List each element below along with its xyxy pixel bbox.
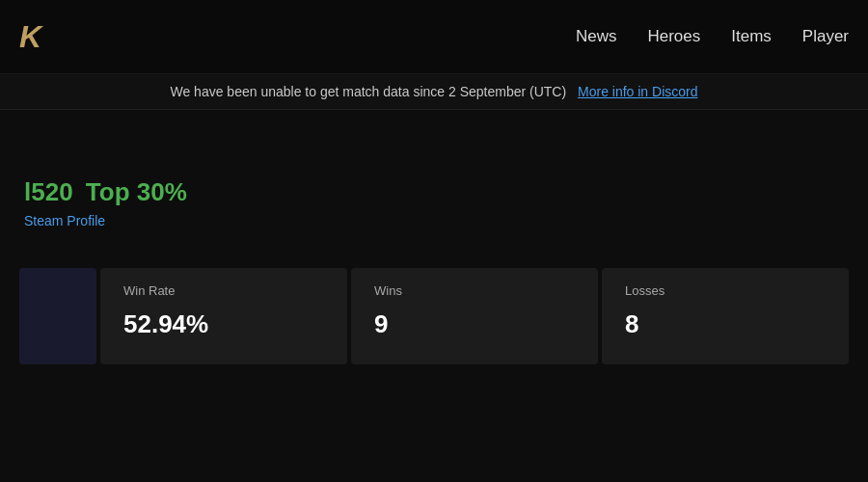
player-rank: l520 Top 30% <box>24 177 849 207</box>
nav-heroes[interactable]: Heroes <box>647 27 700 46</box>
alert-banner: We have been unable to get match data si… <box>0 74 868 110</box>
nav: News Heroes Items Player <box>576 27 849 46</box>
player-section: l520 Top 30% Steam Profile <box>19 177 849 229</box>
stat-card-losses: Losses 8 <box>602 268 849 364</box>
stat-card-winrate: Win Rate 52.94% <box>100 268 347 364</box>
player-avatar <box>19 268 96 364</box>
alert-discord-link[interactable]: More info in Discord <box>578 84 698 99</box>
header: K News Heroes Items Player <box>0 0 868 74</box>
main-content: l520 Top 30% Steam Profile Win Rate 52.9… <box>0 110 868 364</box>
rank-percentile: Top 30% <box>86 177 187 206</box>
stat-value-winrate: 52.94% <box>123 309 324 339</box>
stat-label-winrate: Win Rate <box>123 283 324 298</box>
steam-profile-link[interactable]: Steam Profile <box>24 213 105 228</box>
stat-card-wins: Wins 9 <box>351 268 598 364</box>
stat-value-wins: 9 <box>374 309 575 339</box>
stat-value-losses: 8 <box>625 309 826 339</box>
rank-badge: l520 <box>24 177 73 206</box>
nav-news[interactable]: News <box>576 27 617 46</box>
nav-items[interactable]: Items <box>731 27 772 46</box>
stat-label-losses: Losses <box>625 283 826 298</box>
stats-row: Win Rate 52.94% Wins 9 Losses 8 <box>19 268 849 364</box>
logo: K <box>19 21 41 52</box>
alert-message: We have been unable to get match data si… <box>170 84 566 99</box>
nav-player[interactable]: Player <box>802 27 849 46</box>
stat-label-wins: Wins <box>374 283 575 298</box>
